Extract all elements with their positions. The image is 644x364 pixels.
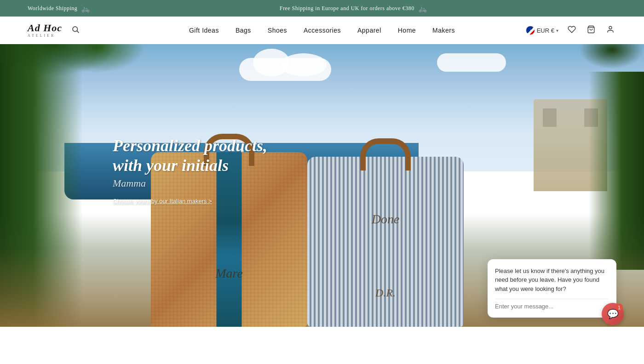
svg-point-3 [609, 26, 612, 29]
cart-button[interactable] [585, 24, 597, 36]
bag-right-text: D.R. [375, 287, 396, 299]
hero-title-line1: Personalized products, [113, 136, 267, 156]
hero-subtitle: Mamma [113, 177, 267, 189]
header: Ad Hoc ATELIER Gift Ideas Bags Shoes Acc… [0, 17, 644, 44]
chevron-down-icon: ▾ [556, 28, 558, 33]
announcement-left-text: Worldwide Shipping [28, 5, 77, 12]
right-bag-handle [360, 138, 411, 171]
currency-label: EUR € [537, 27, 554, 34]
nav-item-shoes[interactable]: Shoes [268, 27, 287, 34]
header-right: EUR € ▾ [524, 24, 616, 36]
nav-item-makers[interactable]: Makers [432, 27, 455, 34]
announcement-left: Worldwide Shipping 🚲 [28, 4, 91, 13]
logo-sub: ATELIER [28, 34, 55, 38]
flag-icon [526, 26, 535, 35]
chat-widget: Please let us know if there's anything y… [488, 259, 616, 318]
bag-left-text: Mare [215, 266, 243, 281]
nav-item-home[interactable]: Home [398, 27, 416, 34]
chat-message: Please let us know if there's anything y… [495, 267, 609, 294]
right-bag: D.R. Done [307, 129, 464, 327]
currency-selector[interactable]: EUR € ▾ [526, 26, 558, 35]
bag-right-name: Done [372, 212, 400, 227]
header-left: Ad Hoc ATELIER [28, 23, 120, 38]
account-button[interactable] [604, 24, 616, 36]
logo-main: Ad Hoc [28, 23, 62, 33]
announcement-right-text: Free Shipping in Europe and UK for order… [280, 5, 414, 12]
search-button[interactable] [69, 23, 81, 37]
chat-open-button[interactable]: 💬 1 [602, 303, 624, 325]
bike-icon-right: 🚲 [418, 4, 428, 13]
nav-item-accessories[interactable]: Accessories [304, 27, 341, 34]
hero-cta-link[interactable]: Choose yours by our Italian makers > [113, 198, 212, 205]
svg-point-0 [73, 27, 78, 32]
bags-visual: Mare D.R. Done [123, 97, 491, 327]
hero-text: Personalized products, with your initial… [113, 136, 267, 205]
bike-icon-left: 🚲 [81, 4, 91, 13]
hero-section: Mare D.R. Done Personalized products, [0, 44, 644, 327]
main-nav: Gift Ideas Bags Shoes Accessories Appare… [189, 27, 455, 34]
hero-title-line2: with your initials [113, 156, 267, 176]
chat-badge: 1 [615, 304, 623, 311]
foliage-top [0, 44, 644, 99]
svg-line-1 [77, 31, 79, 33]
chat-input[interactable] [495, 299, 609, 310]
nav-item-apparel[interactable]: Apparel [357, 27, 381, 34]
nav-item-bags[interactable]: Bags [236, 27, 251, 34]
announcement-right: Free Shipping in Europe and UK for order… [280, 4, 427, 13]
announcement-bar: Worldwide Shipping 🚲 Free Shipping in Eu… [0, 0, 644, 17]
wishlist-button[interactable] [566, 24, 578, 36]
logo: Ad Hoc ATELIER [28, 23, 62, 38]
nav-item-gift-ideas[interactable]: Gift Ideas [189, 27, 219, 34]
logo-link[interactable]: Ad Hoc ATELIER [28, 23, 62, 38]
